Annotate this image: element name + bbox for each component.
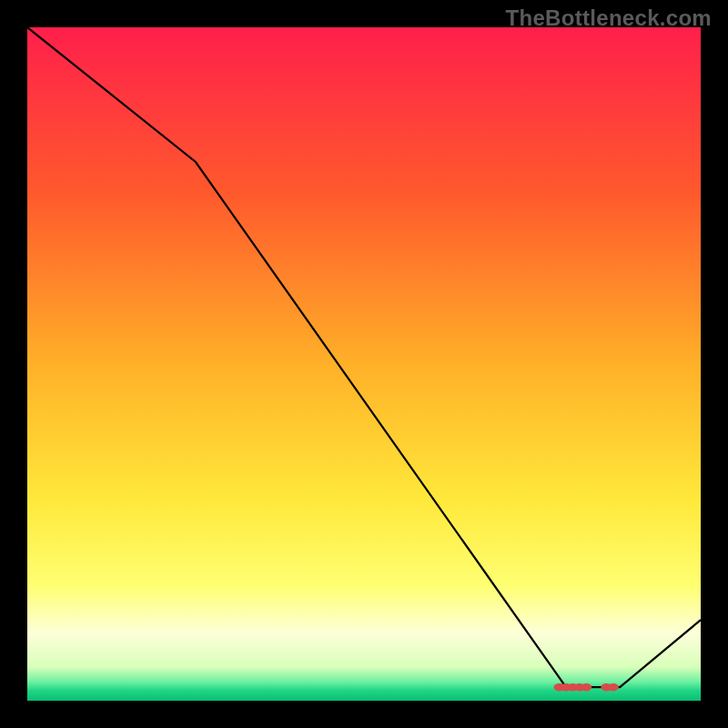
bottleneck-chart — [27, 27, 701, 701]
chart-frame: TheBottleneck.com — [0, 0, 728, 728]
optimal-marker — [608, 683, 619, 691]
optimal-marker — [581, 683, 592, 691]
gradient-background — [27, 27, 701, 701]
plot-area — [27, 27, 701, 701]
optimal-range-markers — [554, 683, 619, 691]
